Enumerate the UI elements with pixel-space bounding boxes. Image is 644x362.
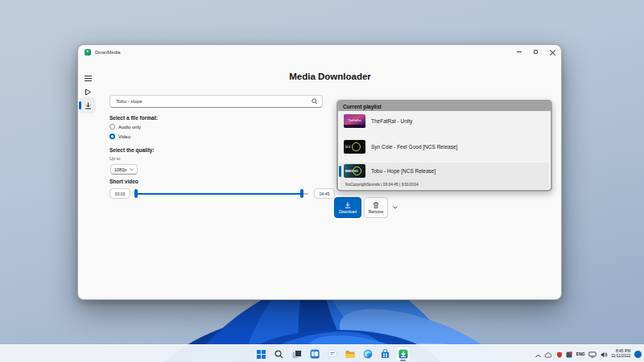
tray-security-app-button[interactable] [556,347,563,361]
file-explorer-button[interactable] [343,347,357,361]
language-indicator[interactable]: ENG [576,352,585,356]
notification-badge[interactable] [634,351,642,358]
slider-selected-range [134,193,303,195]
speaker-icon [601,352,608,358]
playlist-panel: Current playlist TheFatRat TheFatRat - U… [336,100,552,191]
playlist-selection-indicator [339,166,341,177]
start-button[interactable] [254,347,268,361]
clock[interactable]: 8:45 PM 11/11/2022 [611,349,630,358]
widgets-button[interactable] [308,347,321,361]
edge-icon [363,349,373,359]
playlist-item[interactable]: NCS Syn Cole - Feel Good [NCS Release] [340,138,549,155]
radio-label: Video [118,134,130,139]
microsoft-store-button[interactable] [378,347,392,361]
trim-start-value[interactable]: 00:00 [109,188,130,199]
network-button[interactable] [588,347,597,361]
quality-hint-label: Up to: [109,156,122,161]
playlist-item[interactable]: TheFatRat TheFatRat - Unity [340,113,549,130]
widgets-icon [310,349,320,359]
tray-app-icon [566,352,572,358]
page-title: Media Downloader [97,72,562,81]
taskbar-app-downmedia[interactable] [396,347,410,361]
folder-icon [345,350,355,359]
search-icon [275,350,283,359]
video-thumbnail: NCS [344,164,365,178]
app-logo-icon [85,49,91,56]
thumbnail-text: TheFatRat [348,119,361,122]
radio-option-video[interactable]: Video [109,134,130,139]
monitor-network-icon [588,352,597,358]
chevron-down-icon [130,168,134,171]
app-window: DownMedia [77,44,562,300]
slider-thumb-start[interactable] [134,189,138,198]
chevron-down-icon [393,206,398,209]
tray-app-with-badge-button[interactable] [566,347,572,361]
task-view-button[interactable] [290,347,303,361]
playlist-body: TheFatRat TheFatRat - Unity NCS Syn Cole… [338,111,551,190]
radio-unselected-icon[interactable] [109,124,115,130]
hamburger-icon [85,75,92,82]
taskbar-search-button[interactable] [272,347,286,361]
download-icon [345,202,351,208]
radio-option-audio-only[interactable]: Audio only [109,124,141,130]
trim-end-value[interactable]: 04:45 [314,188,335,199]
minimize-icon [517,51,522,52]
quality-section-label: Select the quality: [109,147,155,153]
trim-range-slider[interactable] [134,188,308,199]
remove-button[interactable]: Remove [364,197,388,218]
video-thumbnail: NCS [344,140,365,154]
playlist-item-selected[interactable]: NCS Tobu - Hope [NCS Release] NoCopyrigh… [340,162,549,189]
clock-date: 11/11/2022 [611,354,630,359]
playlist-item-title: Syn Cole - Feel Good [NCS Release] [371,144,457,150]
tray-onedrive-button[interactable] [544,347,552,361]
playlist-header: Current playlist [338,101,551,111]
ncs-ring-icon [352,142,361,151]
format-section-label: Select a file format: [109,115,158,121]
taskbar: ENG 8:45 PM 11/11/2022 [0,344,644,362]
shield-icon [556,352,563,358]
cloud-icon [544,352,552,358]
quality-dropdown-value: 1080p [114,167,126,172]
titlebar[interactable]: DownMedia [78,45,561,59]
close-icon [550,49,555,55]
ncs-ring-icon [353,167,361,175]
play-icon [85,88,92,96]
quality-dropdown[interactable]: 1080p [110,164,138,175]
chat-button[interactable] [325,347,339,361]
sidebar [78,59,97,299]
radio-selected-icon[interactable] [109,134,115,139]
volume-button[interactable] [601,347,608,361]
windows-logo-icon [257,350,266,359]
downmedia-app-icon [398,349,408,359]
sidebar-item-downloader[interactable] [80,97,96,113]
chevron-up-icon [535,354,541,358]
playlist-item-title: TheFatRat - Unity [371,118,412,124]
thumbnail-text: NCS [345,170,350,173]
task-view-icon [292,350,302,359]
search-input[interactable] [109,95,323,108]
trash-icon [373,202,379,208]
tray-show-hidden-icons-button[interactable] [535,347,541,361]
playlist-item-details: NoCopyrightSounds | 00:04:45 | 3/31/2014 [345,183,419,187]
slider-thumb-end[interactable] [300,189,303,198]
playlist-item-title: Tobu - Hope [NCS Release] [371,168,436,174]
maximize-icon [534,50,539,55]
download-button-label: Download [339,209,357,214]
minimize-button[interactable] [510,45,527,59]
edge-browser-button[interactable] [361,347,374,361]
search-icon[interactable] [312,98,318,105]
settings-button[interactable] [80,294,96,300]
maximize-button[interactable] [527,45,544,59]
video-thumbnail: TheFatRat [344,114,365,128]
trim-section-label: Short video [109,179,138,184]
download-button[interactable]: Download [334,197,361,218]
close-button[interactable] [544,45,561,59]
window-title: DownMedia [95,50,121,55]
thumbnail-text: NCS [345,146,350,149]
remove-button-label: Remove [369,209,384,214]
gear-icon [85,299,92,301]
store-bag-icon [381,349,390,359]
radio-label: Audio only [118,125,141,130]
more-actions-button[interactable] [390,201,399,214]
download-icon [85,102,92,109]
